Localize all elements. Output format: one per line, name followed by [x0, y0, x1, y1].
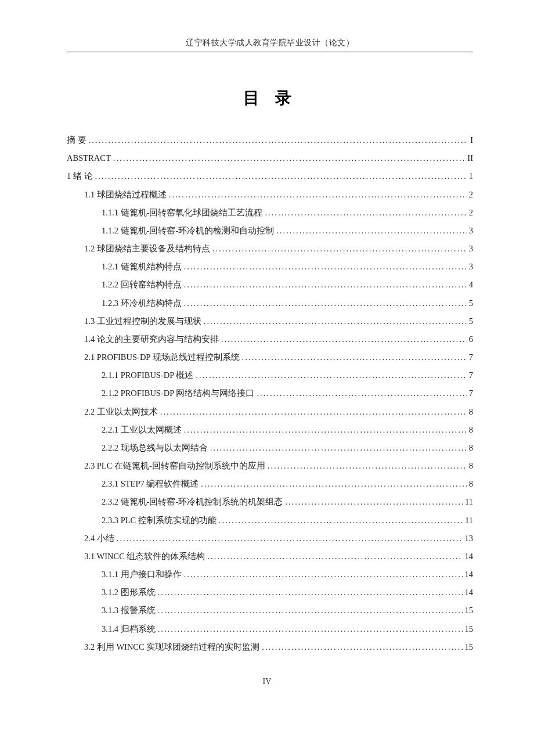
- toc-entry-text: 3.2 利用 WINCC 实现球团烧结过程的实时监测: [84, 638, 259, 656]
- toc-entry-text: 2.1.1 PROFIBUS-DP 概述: [102, 366, 193, 384]
- toc-entry-page: 14: [465, 566, 474, 584]
- toc-entry: 1.4 论文的主要研究内容与结构安排6: [67, 330, 473, 348]
- toc-entry-page: 7: [469, 384, 473, 402]
- toc-entry-page: 8: [469, 457, 473, 475]
- toc-entry: 3.1.3 报警系统15: [67, 602, 473, 620]
- toc-dots: [169, 186, 467, 204]
- toc-entry: 1.1.2 链篦机-回转窑-环冷机的检测和自动控制3: [67, 222, 473, 240]
- toc-entry: 3.1.1 用户接口和操作14: [67, 566, 473, 584]
- toc-dots: [89, 131, 468, 149]
- toc-entry-text: 2.3.1 STEP7 编程软件概述: [102, 475, 199, 493]
- toc-entry-page: 15: [465, 638, 474, 656]
- toc-dots: [219, 512, 463, 530]
- toc-dots: [285, 493, 463, 511]
- toc-entry-text: 3.1 WINCC 组态软件的体系结构: [84, 548, 205, 566]
- toc-entry: 1.2 球团烧结主要设备及结构特点3: [67, 240, 473, 258]
- toc-dots: [201, 475, 466, 493]
- toc-entry-text: 2.2 工业以太网技术: [84, 403, 158, 421]
- page-title: 目 录: [67, 87, 473, 109]
- toc-entry: 2.1.2 PROFIBUS-DP 网络结构与网络接口7: [67, 384, 473, 402]
- toc-entry-text: 1.3 工业过程控制的发展与现状: [84, 312, 201, 330]
- toc-entry-page: 15: [465, 602, 474, 620]
- toc-entry: 2.2 工业以太网技术8: [67, 403, 473, 421]
- toc-entry-page: 3: [469, 222, 473, 240]
- toc-dots: [207, 548, 462, 566]
- toc-entry-text: 1.2.3 环冷机结构特点: [102, 294, 182, 312]
- table-of-contents: 摘 要IABSTRACTII1 绪 论11.1 球团烧结过程概述21.1.1 链…: [67, 131, 473, 656]
- toc-dots: [117, 530, 463, 548]
- toc-dots: [95, 167, 467, 185]
- toc-dots: [210, 439, 467, 457]
- toc-entry: 摘 要I: [67, 131, 473, 149]
- toc-dots: [158, 602, 463, 620]
- toc-entry-text: 1.2.1 链篦机结构特点: [102, 258, 182, 276]
- toc-entry-page: 14: [465, 584, 474, 602]
- toc-entry-page: 11: [465, 493, 473, 511]
- toc-entry: 3.1 WINCC 组态软件的体系结构14: [67, 548, 473, 566]
- toc-dots: [212, 240, 467, 258]
- toc-entry-page: 7: [469, 348, 473, 366]
- toc-entry-text: 2.2.1 工业以太网概述: [102, 421, 182, 439]
- toc-entry-page: I: [470, 131, 473, 149]
- toc-entry: 1.3 工业过程控制的发展与现状5: [67, 312, 473, 330]
- toc-entry-text: 2.4 小结: [84, 530, 114, 548]
- toc-entry: 2.4 小结13: [67, 530, 473, 548]
- toc-entry: 2.3.3 PLC 控制系统实现的功能11: [67, 512, 473, 530]
- toc-entry: 2.2.2 现场总线与以太网结合8: [67, 439, 473, 457]
- toc-entry: 2.3.1 STEP7 编程软件概述8: [67, 475, 473, 493]
- toc-dots: [204, 312, 467, 330]
- toc-entry-text: ABSTRACT: [67, 149, 111, 167]
- toc-dots: [257, 384, 466, 402]
- toc-entry-page: 13: [465, 530, 474, 548]
- toc-entry-text: 1 绪 论: [67, 167, 93, 185]
- toc-dots: [184, 276, 467, 294]
- running-header: 辽宁科技大学成人教育学院毕业设计（论文）: [67, 38, 473, 52]
- toc-entry-page: 6: [469, 330, 473, 348]
- toc-entry: 1.2.2 回转窑结构特点4: [67, 276, 473, 294]
- toc-entry: 3.2 利用 WINCC 实现球团烧结过程的实时监测15: [67, 638, 473, 656]
- toc-entry-page: 1: [469, 167, 473, 185]
- toc-entry-text: 2.1 PROFIBUS-DP 现场总线过程控制系统: [84, 348, 240, 366]
- toc-entry: 2.3 PLC 在链篦机-回转窑自动控制系统中的应用8: [67, 457, 473, 475]
- toc-entry-text: 1.4 论文的主要研究内容与结构安排: [84, 330, 219, 348]
- toc-entry-text: 1.2.2 回转窑结构特点: [102, 276, 182, 294]
- toc-entry: 1.1 球团烧结过程概述2: [67, 186, 473, 204]
- toc-entry: 2.1.1 PROFIBUS-DP 概述7: [67, 366, 473, 384]
- toc-dots: [184, 258, 467, 276]
- toc-dots: [276, 222, 466, 240]
- toc-entry-text: 3.1.2 图形系统: [102, 584, 156, 602]
- toc-dots: [268, 457, 467, 475]
- toc-entry-text: 2.2.2 现场总线与以太网结合: [102, 439, 208, 457]
- toc-dots: [262, 638, 462, 656]
- toc-entry-text: 2.3.2 链篦机-回转窑-环冷机控制系统的机架组态: [102, 493, 283, 511]
- toc-entry-page: 4: [469, 276, 473, 294]
- toc-entry-page: 3: [469, 240, 473, 258]
- toc-entry-page: 8: [469, 439, 473, 457]
- toc-dots: [184, 421, 467, 439]
- toc-dots: [196, 366, 466, 384]
- toc-entry-page: 3: [469, 258, 473, 276]
- toc-entry-page: 2: [469, 186, 473, 204]
- toc-entry-page: 11: [465, 512, 473, 530]
- toc-entry-page: 8: [469, 475, 473, 493]
- toc-entry: 2.1 PROFIBUS-DP 现场总线过程控制系统7: [67, 348, 473, 366]
- toc-entry-text: 1.1 球团烧结过程概述: [84, 186, 167, 204]
- toc-entry-page: 5: [469, 294, 473, 312]
- toc-entry: 3.1.2 图形系统14: [67, 584, 473, 602]
- toc-entry: 1.2.3 环冷机结构特点5: [67, 294, 473, 312]
- toc-entry: 1.2.1 链篦机结构特点3: [67, 258, 473, 276]
- toc-entry-text: 2.1.2 PROFIBUS-DP 网络结构与网络接口: [102, 384, 254, 402]
- toc-entry-text: 3.1.4 归档系统: [102, 620, 156, 638]
- toc-entry-text: 1.1.1 链篦机-回转窑氧化球团烧结工艺流程: [102, 204, 262, 222]
- toc-dots: [184, 294, 467, 312]
- toc-dots: [184, 566, 463, 584]
- toc-entry-page: II: [467, 149, 473, 167]
- toc-entry: 3.1.4 归档系统15: [67, 620, 473, 638]
- toc-dots: [158, 584, 463, 602]
- page-number: IV: [0, 677, 534, 686]
- toc-entry: 2.2.1 工业以太网概述8: [67, 421, 473, 439]
- toc-entry-page: 8: [469, 421, 473, 439]
- toc-dots: [113, 149, 466, 167]
- toc-entry: 2.3.2 链篦机-回转窑-环冷机控制系统的机架组态11: [67, 493, 473, 511]
- toc-entry: ABSTRACTII: [67, 149, 473, 167]
